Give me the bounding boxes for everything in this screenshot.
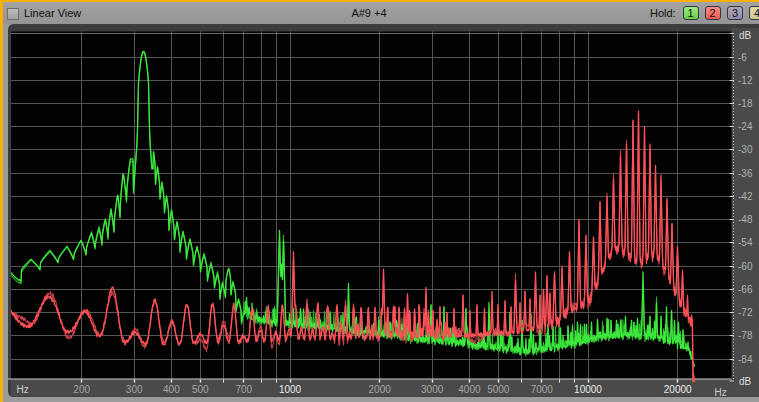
svg-text:4000: 4000	[458, 384, 481, 395]
svg-text:-18: -18	[738, 98, 753, 109]
svg-text:200: 200	[73, 384, 90, 395]
svg-text:-54: -54	[738, 237, 753, 248]
svg-text:-48: -48	[738, 214, 753, 225]
svg-text:2000: 2000	[369, 384, 392, 395]
svg-text:700: 700	[235, 384, 252, 395]
svg-text:-72: -72	[738, 307, 753, 318]
svg-text:-84: -84	[738, 354, 753, 365]
svg-text:-60: -60	[738, 261, 753, 272]
svg-text:-30: -30	[738, 144, 753, 155]
svg-text:dB: dB	[739, 30, 752, 41]
svg-text:20000: 20000	[664, 384, 692, 395]
svg-text:500: 500	[192, 384, 209, 395]
svg-text:Hz: Hz	[17, 384, 29, 395]
svg-text:5000: 5000	[487, 384, 510, 395]
svg-text:1000: 1000	[279, 384, 302, 395]
svg-text:10000: 10000	[574, 384, 602, 395]
svg-text:Hz: Hz	[715, 387, 727, 398]
svg-text:300: 300	[126, 384, 143, 395]
svg-text:-78: -78	[738, 330, 753, 341]
svg-text:-66: -66	[738, 284, 753, 295]
svg-text:-42: -42	[738, 191, 753, 202]
svg-text:7000: 7000	[531, 384, 554, 395]
svg-text:3000: 3000	[421, 384, 444, 395]
svg-text:-36: -36	[738, 168, 753, 179]
svg-text:400: 400	[163, 384, 180, 395]
svg-text:-12: -12	[738, 75, 753, 86]
svg-text:-6: -6	[738, 52, 747, 63]
svg-text:-24: -24	[738, 121, 753, 132]
svg-text:dB: dB	[739, 376, 752, 387]
